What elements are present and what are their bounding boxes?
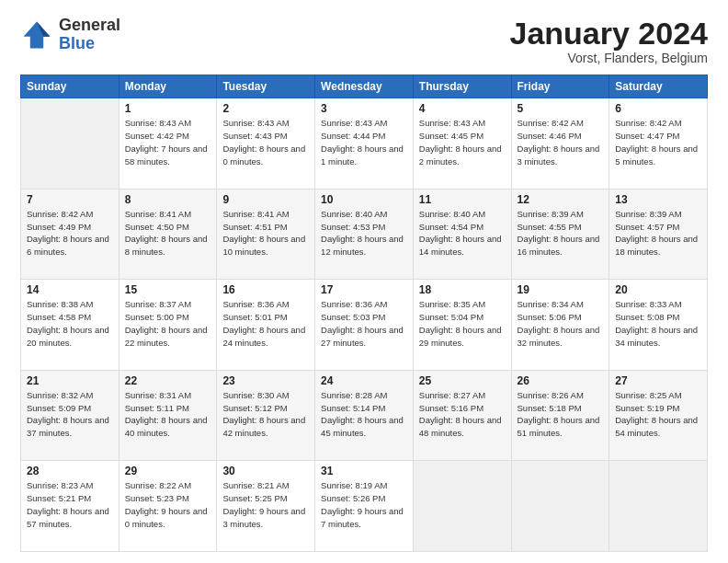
day-info: Sunrise: 8:33 AM Sunset: 5:08 PM Dayligh…	[615, 298, 701, 349]
calendar-cell: 20Sunrise: 8:33 AM Sunset: 5:08 PM Dayli…	[609, 280, 708, 371]
calendar-cell: 29Sunrise: 8:22 AM Sunset: 5:23 PM Dayli…	[119, 461, 217, 552]
day-info: Sunrise: 8:26 AM Sunset: 5:18 PM Dayligh…	[518, 389, 604, 440]
calendar-cell	[413, 461, 511, 552]
calendar-cell: 22Sunrise: 8:31 AM Sunset: 5:11 PM Dayli…	[119, 370, 217, 461]
day-number: 25	[419, 374, 506, 387]
week-row-1: 7Sunrise: 8:42 AM Sunset: 4:49 PM Daylig…	[21, 189, 708, 280]
day-info: Sunrise: 8:21 AM Sunset: 5:25 PM Dayligh…	[222, 479, 309, 530]
calendar-cell: 23Sunrise: 8:30 AM Sunset: 5:12 PM Dayli…	[217, 370, 315, 461]
day-number: 19	[518, 283, 604, 296]
day-number: 10	[321, 193, 407, 206]
calendar-cell: 1Sunrise: 8:43 AM Sunset: 4:42 PM Daylig…	[119, 98, 217, 190]
logo-general-label: General	[59, 17, 120, 35]
day-number: 17	[321, 283, 407, 296]
calendar-body: 1Sunrise: 8:43 AM Sunset: 4:42 PM Daylig…	[21, 98, 708, 552]
calendar-cell: 12Sunrise: 8:39 AM Sunset: 4:55 PM Dayli…	[511, 189, 609, 280]
calendar-cell: 17Sunrise: 8:36 AM Sunset: 5:03 PM Dayli…	[315, 280, 414, 371]
day-number: 28	[27, 465, 113, 477]
weekday-header-sunday: Sunday	[21, 75, 119, 98]
day-info: Sunrise: 8:42 AM Sunset: 4:47 PM Dayligh…	[615, 117, 701, 167]
day-number: 13	[615, 193, 701, 206]
day-number: 20	[615, 283, 701, 296]
day-number: 7	[27, 193, 113, 206]
day-info: Sunrise: 8:25 AM Sunset: 5:19 PM Dayligh…	[615, 389, 701, 440]
day-number: 21	[27, 374, 113, 387]
day-number: 14	[27, 283, 113, 296]
weekday-header-thursday: Thursday	[413, 75, 511, 98]
title-block: January 2024 Vorst, Flanders, Belgium	[510, 17, 709, 65]
week-row-0: 1Sunrise: 8:43 AM Sunset: 4:42 PM Daylig…	[21, 98, 708, 190]
calendar-cell: 2Sunrise: 8:43 AM Sunset: 4:43 PM Daylig…	[217, 98, 315, 190]
day-number: 30	[222, 465, 309, 477]
day-number: 27	[615, 374, 701, 387]
day-info: Sunrise: 8:39 AM Sunset: 4:57 PM Dayligh…	[615, 208, 701, 259]
day-info: Sunrise: 8:42 AM Sunset: 4:46 PM Dayligh…	[518, 117, 604, 167]
day-number: 29	[125, 465, 211, 477]
day-number: 24	[321, 374, 407, 387]
weekday-header-friday: Friday	[511, 75, 609, 98]
day-number: 26	[518, 374, 604, 387]
calendar-cell: 30Sunrise: 8:21 AM Sunset: 5:25 PM Dayli…	[217, 461, 315, 552]
weekday-header-monday: Monday	[119, 75, 217, 98]
page: General Blue January 2024 Vorst, Flander…	[0, 0, 728, 563]
day-number: 8	[125, 193, 211, 206]
day-info: Sunrise: 8:43 AM Sunset: 4:45 PM Dayligh…	[419, 117, 506, 167]
day-number: 5	[518, 102, 604, 115]
calendar-cell: 13Sunrise: 8:39 AM Sunset: 4:57 PM Dayli…	[609, 189, 708, 280]
calendar-cell	[21, 98, 119, 190]
weekday-header-saturday: Saturday	[609, 75, 708, 98]
calendar-cell: 27Sunrise: 8:25 AM Sunset: 5:19 PM Dayli…	[609, 370, 708, 461]
day-number: 4	[419, 102, 506, 115]
day-number: 16	[222, 283, 309, 296]
calendar-cell: 16Sunrise: 8:36 AM Sunset: 5:01 PM Dayli…	[217, 280, 315, 371]
calendar-table: SundayMondayTuesdayWednesdayThursdayFrid…	[20, 75, 708, 552]
day-info: Sunrise: 8:41 AM Sunset: 4:51 PM Dayligh…	[222, 208, 309, 259]
day-info: Sunrise: 8:42 AM Sunset: 4:49 PM Dayligh…	[27, 208, 113, 259]
calendar-header: SundayMondayTuesdayWednesdayThursdayFrid…	[21, 75, 708, 98]
day-info: Sunrise: 8:28 AM Sunset: 5:14 PM Dayligh…	[321, 389, 407, 440]
calendar-cell	[511, 461, 609, 552]
day-number: 12	[518, 193, 604, 206]
header: General Blue January 2024 Vorst, Flander…	[20, 17, 708, 65]
calendar-cell: 5Sunrise: 8:42 AM Sunset: 4:46 PM Daylig…	[511, 98, 609, 190]
day-info: Sunrise: 8:35 AM Sunset: 5:04 PM Dayligh…	[419, 298, 506, 349]
day-info: Sunrise: 8:40 AM Sunset: 4:54 PM Dayligh…	[419, 208, 506, 259]
day-number: 9	[222, 193, 309, 206]
calendar-cell: 11Sunrise: 8:40 AM Sunset: 4:54 PM Dayli…	[413, 189, 511, 280]
day-number: 3	[321, 102, 407, 115]
day-info: Sunrise: 8:43 AM Sunset: 4:43 PM Dayligh…	[222, 117, 309, 167]
calendar-subtitle: Vorst, Flanders, Belgium	[510, 51, 709, 65]
weekday-header-wednesday: Wednesday	[315, 75, 414, 98]
day-info: Sunrise: 8:27 AM Sunset: 5:16 PM Dayligh…	[419, 389, 506, 440]
day-number: 2	[222, 102, 309, 115]
calendar-cell: 10Sunrise: 8:40 AM Sunset: 4:53 PM Dayli…	[315, 189, 414, 280]
day-info: Sunrise: 8:40 AM Sunset: 4:53 PM Dayligh…	[321, 208, 407, 259]
logo-icon	[20, 18, 53, 52]
day-info: Sunrise: 8:41 AM Sunset: 4:50 PM Dayligh…	[125, 208, 211, 259]
calendar-cell: 7Sunrise: 8:42 AM Sunset: 4:49 PM Daylig…	[21, 189, 119, 280]
logo: General Blue	[20, 17, 120, 53]
week-row-3: 21Sunrise: 8:32 AM Sunset: 5:09 PM Dayli…	[21, 370, 708, 461]
calendar-cell: 14Sunrise: 8:38 AM Sunset: 4:58 PM Dayli…	[21, 280, 119, 371]
calendar-cell: 28Sunrise: 8:23 AM Sunset: 5:21 PM Dayli…	[21, 461, 119, 552]
calendar-title: January 2024	[510, 17, 709, 51]
day-number: 15	[125, 283, 211, 296]
calendar-cell: 18Sunrise: 8:35 AM Sunset: 5:04 PM Dayli…	[413, 280, 511, 371]
day-info: Sunrise: 8:39 AM Sunset: 4:55 PM Dayligh…	[518, 208, 604, 259]
weekday-row: SundayMondayTuesdayWednesdayThursdayFrid…	[21, 75, 708, 98]
logo-blue-label: Blue	[59, 35, 120, 53]
day-info: Sunrise: 8:30 AM Sunset: 5:12 PM Dayligh…	[222, 389, 309, 440]
day-number: 6	[615, 102, 701, 115]
day-number: 1	[125, 102, 211, 115]
day-info: Sunrise: 8:36 AM Sunset: 5:01 PM Dayligh…	[222, 298, 309, 349]
day-number: 22	[125, 374, 211, 387]
logo-text: General Blue	[59, 17, 120, 53]
day-info: Sunrise: 8:43 AM Sunset: 4:42 PM Dayligh…	[125, 117, 211, 167]
calendar-cell: 8Sunrise: 8:41 AM Sunset: 4:50 PM Daylig…	[119, 189, 217, 280]
week-row-4: 28Sunrise: 8:23 AM Sunset: 5:21 PM Dayli…	[21, 461, 708, 552]
calendar-cell: 15Sunrise: 8:37 AM Sunset: 5:00 PM Dayli…	[119, 280, 217, 371]
calendar-cell: 21Sunrise: 8:32 AM Sunset: 5:09 PM Dayli…	[21, 370, 119, 461]
weekday-header-tuesday: Tuesday	[217, 75, 315, 98]
day-number: 23	[222, 374, 309, 387]
calendar-cell	[609, 461, 708, 552]
